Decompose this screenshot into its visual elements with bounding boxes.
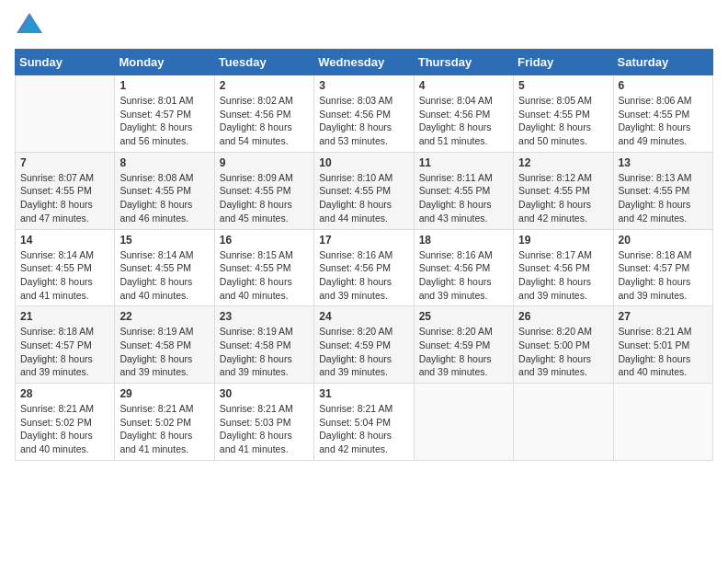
daylight-label: Daylight: 8 hours and 41 minutes. (20, 276, 93, 301)
daylight-label: Daylight: 8 hours and 40 minutes. (220, 276, 292, 301)
sunset-label: Sunset: 4:56 PM (419, 262, 491, 273)
sunrise-label: Sunrise: 8:20 AM (419, 326, 493, 337)
daylight-label: Daylight: 8 hours and 40 minutes. (619, 353, 691, 378)
cell-content: Sunrise: 8:19 AM Sunset: 4:58 PM Dayligh… (220, 325, 309, 379)
day-number: 3 (319, 79, 408, 92)
sunrise-label: Sunrise: 8:16 AM (319, 249, 392, 260)
daylight-label: Daylight: 8 hours and 44 minutes. (319, 199, 392, 224)
calendar-cell: 7 Sunrise: 8:07 AM Sunset: 4:55 PM Dayli… (16, 152, 115, 229)
cell-content: Sunrise: 8:11 AM Sunset: 4:55 PM Dayligh… (419, 171, 508, 225)
daylight-label: Daylight: 8 hours and 39 minutes. (319, 353, 392, 378)
sunset-label: Sunset: 5:00 PM (518, 339, 590, 350)
cell-content: Sunrise: 8:02 AM Sunset: 4:56 PM Dayligh… (220, 94, 309, 148)
daylight-label: Daylight: 8 hours and 54 minutes. (220, 121, 292, 146)
sunrise-label: Sunrise: 8:21 AM (319, 403, 392, 414)
day-number: 24 (319, 310, 408, 323)
day-number: 28 (20, 387, 109, 400)
cell-content: Sunrise: 8:19 AM Sunset: 4:58 PM Dayligh… (119, 325, 209, 379)
calendar-week-row: 7 Sunrise: 8:07 AM Sunset: 4:55 PM Dayli… (16, 152, 713, 229)
daylight-label: Daylight: 8 hours and 39 minutes. (518, 353, 591, 378)
calendar-cell: 20 Sunrise: 8:18 AM Sunset: 4:57 PM Dayl… (613, 229, 712, 306)
daylight-label: Daylight: 8 hours and 39 minutes. (220, 353, 292, 378)
calendar-cell: 21 Sunrise: 8:18 AM Sunset: 4:57 PM Dayl… (16, 306, 115, 384)
day-number: 23 (220, 310, 309, 323)
sunset-label: Sunset: 4:55 PM (319, 185, 391, 196)
calendar-cell: 10 Sunrise: 8:10 AM Sunset: 4:55 PM Dayl… (314, 152, 414, 229)
day-number: 5 (518, 79, 608, 92)
sunset-label: Sunset: 4:57 PM (619, 262, 690, 273)
sunrise-label: Sunrise: 8:21 AM (220, 403, 293, 414)
sunset-label: Sunset: 5:04 PM (319, 417, 391, 428)
day-header-sunday: Sunday (16, 50, 115, 75)
daylight-label: Daylight: 8 hours and 39 minutes. (518, 276, 591, 301)
calendar-cell: 13 Sunrise: 8:13 AM Sunset: 4:55 PM Dayl… (613, 152, 712, 229)
cell-content: Sunrise: 8:17 AM Sunset: 4:56 PM Dayligh… (518, 248, 608, 303)
calendar-cell (613, 384, 712, 461)
sunset-label: Sunset: 4:56 PM (220, 109, 291, 120)
daylight-label: Daylight: 8 hours and 53 minutes. (319, 121, 392, 146)
day-number: 15 (119, 234, 209, 247)
daylight-label: Daylight: 8 hours and 39 minutes. (20, 353, 93, 378)
calendar-cell: 26 Sunrise: 8:20 AM Sunset: 5:00 PM Dayl… (514, 306, 613, 384)
day-number: 7 (20, 156, 109, 169)
logo (15, 15, 44, 38)
sunrise-label: Sunrise: 8:18 AM (20, 326, 94, 337)
sunset-label: Sunset: 4:55 PM (419, 185, 491, 196)
sunset-label: Sunset: 5:03 PM (220, 417, 291, 428)
sunrise-label: Sunrise: 8:11 AM (419, 172, 493, 183)
sunset-label: Sunset: 4:55 PM (518, 109, 590, 120)
sunrise-label: Sunrise: 8:17 AM (518, 249, 592, 260)
daylight-label: Daylight: 8 hours and 39 minutes. (119, 353, 192, 378)
day-number: 13 (619, 156, 708, 169)
sunrise-label: Sunrise: 8:21 AM (20, 403, 94, 414)
sunrise-label: Sunrise: 8:20 AM (319, 326, 392, 337)
sunrise-label: Sunrise: 8:09 AM (220, 172, 293, 183)
cell-content: Sunrise: 8:03 AM Sunset: 4:56 PM Dayligh… (319, 94, 408, 148)
sunset-label: Sunset: 4:56 PM (419, 109, 491, 120)
sunrise-label: Sunrise: 8:14 AM (119, 249, 193, 260)
daylight-label: Daylight: 8 hours and 41 minutes. (220, 430, 292, 454)
cell-content: Sunrise: 8:21 AM Sunset: 5:02 PM Dayligh… (20, 402, 109, 456)
cell-content: Sunrise: 8:21 AM Sunset: 5:03 PM Dayligh… (220, 402, 309, 456)
sunset-label: Sunset: 4:58 PM (220, 339, 291, 350)
day-number: 10 (319, 156, 408, 169)
sunrise-label: Sunrise: 8:21 AM (119, 403, 193, 414)
sunrise-label: Sunrise: 8:12 AM (518, 172, 592, 183)
daylight-label: Daylight: 8 hours and 45 minutes. (220, 199, 292, 224)
cell-content: Sunrise: 8:16 AM Sunset: 4:56 PM Dayligh… (419, 248, 508, 303)
daylight-label: Daylight: 8 hours and 43 minutes. (419, 199, 492, 224)
day-number: 19 (518, 234, 608, 247)
sunset-label: Sunset: 5:02 PM (20, 417, 92, 428)
calendar-week-row: 1 Sunrise: 8:01 AM Sunset: 4:57 PM Dayli… (16, 75, 713, 153)
day-number: 4 (419, 79, 508, 92)
sunrise-label: Sunrise: 8:07 AM (20, 172, 94, 183)
day-number: 14 (20, 234, 109, 247)
cell-content: Sunrise: 8:18 AM Sunset: 4:57 PM Dayligh… (20, 325, 109, 379)
daylight-label: Daylight: 8 hours and 49 minutes. (619, 121, 691, 146)
calendar-cell: 6 Sunrise: 8:06 AM Sunset: 4:55 PM Dayli… (613, 75, 712, 153)
cell-content: Sunrise: 8:06 AM Sunset: 4:55 PM Dayligh… (619, 94, 708, 148)
calendar-table: SundayMondayTuesdayWednesdayThursdayFrid… (15, 49, 713, 461)
header (15, 15, 713, 38)
cell-content: Sunrise: 8:15 AM Sunset: 4:55 PM Dayligh… (220, 248, 309, 303)
daylight-label: Daylight: 8 hours and 39 minutes. (419, 276, 492, 301)
sunset-label: Sunset: 4:55 PM (220, 262, 291, 273)
day-header-saturday: Saturday (613, 50, 712, 75)
daylight-label: Daylight: 8 hours and 42 minutes. (619, 199, 691, 224)
day-number: 21 (20, 310, 109, 323)
calendar-week-row: 21 Sunrise: 8:18 AM Sunset: 4:57 PM Dayl… (16, 306, 713, 384)
sunrise-label: Sunrise: 8:18 AM (619, 249, 692, 260)
sunset-label: Sunset: 4:57 PM (119, 109, 191, 120)
sunset-label: Sunset: 4:55 PM (619, 185, 690, 196)
cell-content: Sunrise: 8:04 AM Sunset: 4:56 PM Dayligh… (419, 94, 508, 148)
day-number: 17 (319, 234, 408, 247)
cell-content: Sunrise: 8:13 AM Sunset: 4:55 PM Dayligh… (619, 171, 708, 225)
calendar-week-row: 14 Sunrise: 8:14 AM Sunset: 4:55 PM Dayl… (16, 229, 713, 306)
daylight-label: Daylight: 8 hours and 42 minutes. (319, 430, 392, 454)
calendar-cell: 31 Sunrise: 8:21 AM Sunset: 5:04 PM Dayl… (314, 384, 414, 461)
cell-content: Sunrise: 8:05 AM Sunset: 4:55 PM Dayligh… (518, 94, 608, 148)
sunset-label: Sunset: 4:55 PM (20, 262, 92, 273)
cell-content: Sunrise: 8:20 AM Sunset: 4:59 PM Dayligh… (419, 325, 508, 379)
day-number: 6 (619, 79, 708, 92)
calendar-cell: 9 Sunrise: 8:09 AM Sunset: 4:55 PM Dayli… (214, 152, 313, 229)
